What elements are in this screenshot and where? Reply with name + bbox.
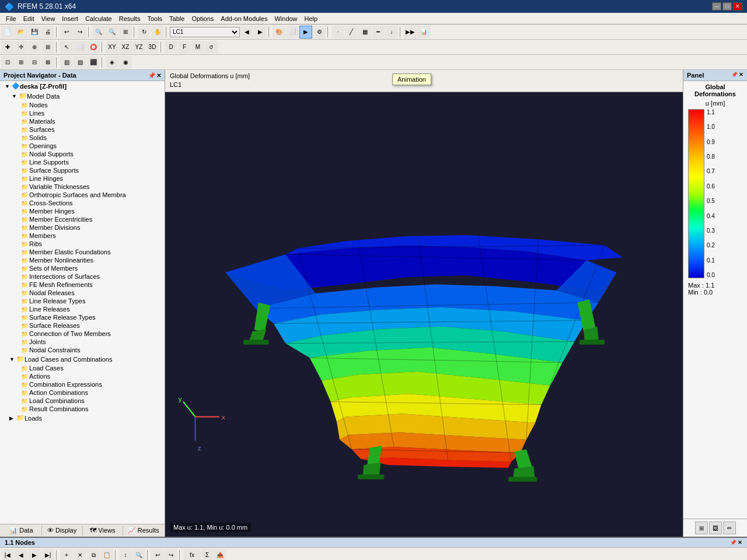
print-btn[interactable]: 🖨 — [41, 26, 54, 38]
tree-combination-expr[interactable]: 📁Combination Expressions — [0, 380, 165, 388]
tree-members[interactable]: 📁Members — [0, 232, 165, 240]
panel-tool-1[interactable]: ⊞ — [695, 522, 708, 534]
menu-window[interactable]: Window — [271, 14, 301, 23]
tree-nodal-supports[interactable]: 📁Nodal Supports — [0, 150, 165, 158]
snap3-btn[interactable]: ⊕ — [28, 41, 41, 54]
tb3-1[interactable]: ⊡ — [1, 56, 14, 69]
data-tab[interactable]: 📊 Data — [1, 526, 42, 536]
tree-surface-release-types[interactable]: 📁Surface Release Types — [0, 313, 165, 321]
tree-load-cases-group[interactable]: ▼ 📁 Load Cases and Combinations — [0, 354, 165, 364]
tb3-5[interactable]: ▨ — [60, 56, 73, 69]
new-btn[interactable]: 📄 — [1, 26, 14, 38]
tbl-first[interactable]: |◀ — [1, 549, 14, 561]
results-tab[interactable]: 📈 Results — [123, 526, 163, 536]
select2-btn[interactable]: ⬜ — [74, 41, 86, 54]
tbl-paste[interactable]: 📋 — [100, 549, 113, 561]
tree-result-combinations[interactable]: 📁Result Combinations — [0, 405, 165, 413]
undo-btn[interactable]: ↩ — [60, 26, 73, 38]
menu-table[interactable]: Table — [166, 14, 188, 23]
tree-line-hinges[interactable]: 📁Line Hinges — [0, 174, 165, 183]
menu-options[interactable]: Options — [188, 14, 217, 23]
calc-btn[interactable]: ▶▶ — [404, 26, 417, 38]
disp-btn[interactable]: D — [165, 41, 177, 54]
tree-model-data[interactable]: ▼ 📁 Model Data — [0, 91, 165, 101]
tree-connection-two-members[interactable]: 📁Connection of Two Members — [0, 330, 165, 338]
tbl-last[interactable]: ▶| — [41, 549, 54, 561]
tb3-4[interactable]: ⊠ — [41, 56, 54, 69]
tree-nodal-releases[interactable]: 📁Nodal Releases — [0, 289, 165, 297]
minimize-btn[interactable]: ─ — [712, 2, 721, 10]
tree-solids[interactable]: 📁Solids — [0, 134, 165, 142]
menu-addon[interactable]: Add-on Modules — [217, 14, 271, 23]
save-btn[interactable]: 💾 — [28, 26, 41, 38]
panel-tool-2[interactable]: 🖼 — [709, 522, 722, 534]
table-pin[interactable]: 📌 — [730, 540, 736, 545]
settings-btn[interactable]: ⚙ — [313, 26, 326, 38]
menu-edit[interactable]: Edit — [20, 14, 38, 23]
tbl-delete[interactable]: ✕ — [74, 549, 86, 561]
tree-openings[interactable]: 📁Openings — [0, 142, 165, 150]
tree-member-nonlinear[interactable]: 📁Member Nonlinearities — [0, 256, 165, 264]
tree-container[interactable]: ▼ 🔷 deska [Z-Profil] ▼ 📁 Model Data 📁Nod… — [0, 81, 165, 524]
tbl-sort[interactable]: ↕ — [119, 549, 132, 561]
tbl-next[interactable]: ▶ — [28, 549, 41, 561]
tree-root[interactable]: ▼ 🔷 deska [Z-Profil] — [0, 81, 165, 91]
tbl-fx[interactable]: fx — [183, 549, 201, 561]
tree-surfaces[interactable]: 📁Surfaces — [0, 125, 165, 134]
panel-close-btn[interactable]: ✕ — [156, 72, 161, 79]
tree-line-release-types[interactable]: 📁Line Release Types — [0, 297, 165, 305]
tree-actions[interactable]: 📁Actions — [0, 372, 165, 380]
line-btn[interactable]: ╱ — [345, 26, 358, 38]
snap2-btn[interactable]: ✛ — [15, 41, 27, 54]
tree-line-supports[interactable]: 📁Line Supports — [0, 158, 165, 166]
tree-load-combinations[interactable]: 📁Load Combinations — [0, 397, 165, 405]
view-3d-btn[interactable]: 3D — [146, 41, 159, 54]
canvas-area[interactable]: x y z Max u: 1.1, Min u: 0.0 mm — [165, 92, 683, 537]
menu-calculate[interactable]: Calculate — [82, 14, 116, 23]
result-btn[interactable]: 📊 — [417, 26, 430, 38]
right-panel-pin[interactable]: 📌 — [731, 72, 738, 79]
tree-nodal-constraints[interactable]: 📁Nodal Constraints — [0, 346, 165, 354]
tree-load-cases[interactable]: 📁Load Cases — [0, 364, 165, 372]
tbl-sigma[interactable]: Σ — [201, 549, 213, 561]
zoom-all-btn[interactable]: ⊞ — [119, 26, 132, 38]
surface-btn[interactable]: ▦ — [358, 26, 371, 38]
tbl-prev[interactable]: ◀ — [15, 549, 27, 561]
menu-file[interactable]: File — [2, 14, 20, 23]
tb3-6[interactable]: ▧ — [74, 56, 86, 69]
prev-lc-btn[interactable]: ◀ — [240, 26, 253, 38]
menu-help[interactable]: Help — [301, 14, 322, 23]
close-btn[interactable]: ✕ — [733, 2, 742, 10]
tree-member-eccentricities[interactable]: 📁Member Eccentricities — [0, 215, 165, 223]
tree-orthotropic[interactable]: 📁Orthotropic Surfaces and Membra — [0, 191, 165, 199]
force-btn[interactable]: F — [178, 41, 191, 54]
grid-btn[interactable]: ⊞ — [41, 41, 54, 54]
table-close[interactable]: ✕ — [738, 540, 742, 545]
node-btn[interactable]: · — [331, 26, 344, 38]
tbl-redo[interactable]: ↪ — [165, 549, 177, 561]
tree-member-elastic[interactable]: 📁Member Elastic Foundations — [0, 248, 165, 256]
panel-pin-btn[interactable]: 📌 — [148, 72, 155, 79]
render-btn[interactable]: 🎨 — [273, 26, 285, 38]
tbl-filter[interactable]: 🔍 — [132, 549, 145, 561]
view-xy-btn[interactable]: XY — [106, 41, 118, 54]
redo-btn[interactable]: ↪ — [74, 26, 86, 38]
member-btn[interactable]: ━ — [372, 26, 385, 38]
tree-cross-sections[interactable]: 📁Cross-Sections — [0, 199, 165, 207]
menu-results[interactable]: Results — [116, 14, 144, 23]
tb3-8[interactable]: ◈ — [106, 56, 118, 69]
tree-line-releases[interactable]: 📁Line Releases — [0, 305, 165, 313]
tree-member-divisions[interactable]: 📁Member Divisions — [0, 223, 165, 232]
tree-sets-of-members[interactable]: 📁Sets of Members — [0, 264, 165, 272]
tree-variable-thicknesses[interactable]: 📁Variable Thicknesses — [0, 183, 165, 191]
menu-tools[interactable]: Tools — [144, 14, 166, 23]
select3-btn[interactable]: ⭕ — [87, 41, 100, 54]
tb3-2[interactable]: ⊞ — [15, 56, 27, 69]
panel-tool-3[interactable]: ✏ — [723, 522, 736, 534]
load-btn[interactable]: ↓ — [385, 26, 398, 38]
tb3-9[interactable]: ◉ — [119, 56, 132, 69]
view-yz-btn[interactable]: YZ — [132, 41, 145, 54]
open-btn[interactable]: 📂 — [15, 26, 27, 38]
tree-fe-mesh[interactable]: 📁FE Mesh Refinements — [0, 281, 165, 289]
next-lc-btn[interactable]: ▶ — [254, 26, 267, 38]
